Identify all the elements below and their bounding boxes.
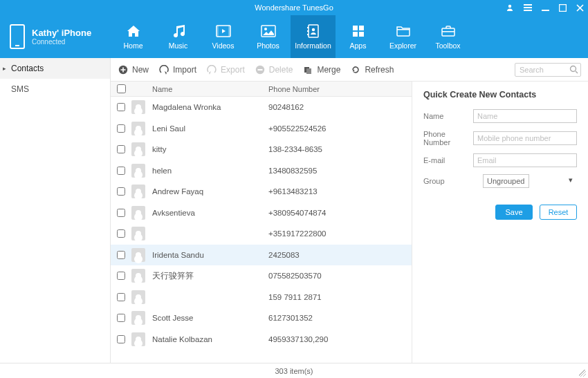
row-checkbox[interactable] (117, 229, 125, 238)
title-bar: Wondershare TunesGo (0, 0, 588, 15)
toolbox-icon (440, 23, 457, 39)
column-phone[interactable]: Phone Number (268, 85, 412, 93)
table-row[interactable]: 天行骏䈂䈂075582503570 (111, 265, 412, 287)
table-row[interactable]: Leni Saul+905522524526 (111, 118, 412, 140)
row-checkbox[interactable] (117, 293, 125, 301)
contact-phone: +380954074874 (268, 209, 412, 217)
phone-label: Phone Number (423, 130, 473, 147)
table-row[interactable]: helen13480832595 (111, 160, 412, 182)
merge-icon (302, 64, 313, 75)
close-icon[interactable] (576, 4, 584, 12)
export-icon (206, 64, 217, 75)
row-checkbox[interactable] (117, 314, 125, 322)
merge-button[interactable]: Merge (302, 64, 340, 75)
tab-explorer[interactable]: Explorer (380, 15, 425, 58)
name-input[interactable] (473, 109, 577, 123)
svg-rect-3 (524, 10, 532, 11)
contact-phone: 6127301352 (268, 314, 412, 322)
table-row[interactable]: Natalie Kolbazan4959337130,290 (111, 329, 412, 350)
column-name[interactable]: Name (151, 85, 268, 93)
search-input[interactable] (515, 63, 581, 77)
table-row[interactable]: Iridenta Sandu2425083 (111, 245, 412, 266)
tab-photos[interactable]: Photos (246, 15, 291, 58)
main-nav: Kathy' iPhone Connected Home Music Video… (0, 15, 588, 58)
apps-icon (350, 23, 367, 39)
row-checkbox[interactable] (117, 145, 125, 153)
import-button[interactable]: Import (158, 64, 196, 75)
photos-icon (260, 23, 277, 39)
nav-tabs: Home Music Videos Photos Information App… (111, 15, 470, 58)
table-row[interactable]: kitty138-2334-8635 (111, 139, 412, 160)
row-checkbox[interactable] (117, 187, 125, 196)
sidebar: Contacts SMS (0, 58, 111, 363)
device-name: Kathy' iPhone (32, 28, 91, 38)
tab-apps[interactable]: Apps (336, 15, 380, 58)
svg-rect-5 (560, 4, 567, 11)
table-row[interactable]: Andrew Fayaq+9613483213 (111, 181, 412, 202)
device-card[interactable]: Kathy' iPhone Connected (0, 15, 111, 58)
table-row[interactable]: +351917222800 (111, 223, 412, 245)
table-row[interactable]: Avksentieva+380954074874 (111, 202, 412, 224)
videos-icon (215, 23, 232, 39)
tab-toolbox[interactable]: Toolbox (425, 15, 470, 58)
avatar-icon (131, 100, 145, 114)
svg-rect-14 (307, 34, 309, 35)
phone-input[interactable] (473, 131, 577, 145)
email-input[interactable] (473, 153, 577, 167)
svg-rect-4 (542, 10, 549, 11)
avatar-icon (131, 332, 145, 346)
tab-information[interactable]: Information (291, 15, 336, 58)
contact-name: Scott Jesse (151, 314, 268, 322)
svg-rect-27 (306, 68, 311, 74)
contact-phone: 4959337130,290 (268, 335, 412, 343)
svg-rect-7 (217, 26, 219, 37)
contacts-list: Name Phone Number Magdalena Wronka902481… (111, 82, 412, 363)
new-button[interactable]: New (118, 64, 149, 75)
row-checkbox[interactable] (117, 103, 125, 111)
group-select[interactable]: Ungrouped (483, 174, 529, 188)
row-checkbox[interactable] (117, 124, 125, 133)
avatar-icon (131, 248, 145, 262)
svg-rect-13 (307, 30, 309, 32)
reset-button[interactable]: Reset (540, 205, 577, 220)
menu-icon[interactable] (524, 4, 532, 11)
row-checkbox[interactable] (117, 167, 125, 175)
tab-home[interactable]: Home (111, 15, 156, 58)
save-button[interactable]: Save (495, 205, 533, 220)
maximize-icon[interactable] (559, 4, 567, 12)
tab-videos[interactable]: Videos (201, 15, 246, 58)
contact-name: Iridenta Sandu (151, 251, 268, 259)
row-checkbox[interactable] (117, 272, 125, 280)
sidebar-item-contacts[interactable]: Contacts (0, 58, 110, 79)
tab-music[interactable]: Music (156, 15, 201, 58)
quick-create-form: Quick Create New Contacts Name Phone Num… (412, 82, 588, 363)
contact-name: Natalie Kolbazan (151, 335, 268, 343)
svg-rect-8 (228, 26, 230, 37)
user-icon[interactable] (506, 3, 514, 12)
sidebar-item-sms[interactable]: SMS (0, 79, 110, 100)
table-row[interactable]: 159 7911 2871 (111, 287, 412, 308)
svg-rect-20 (397, 29, 410, 30)
contact-name: 天行骏䈂䈂 (151, 271, 268, 281)
resize-grip-icon[interactable] (579, 370, 586, 377)
home-icon (125, 23, 142, 39)
table-row[interactable]: Magdalena Wronka90248162 (111, 97, 412, 118)
refresh-button[interactable]: Refresh (350, 64, 394, 75)
group-label: Group (423, 177, 483, 185)
svg-rect-2 (524, 7, 532, 8)
svg-point-15 (311, 28, 314, 31)
table-row[interactable]: Scott Jesse6127301352 (111, 308, 412, 329)
svg-rect-17 (359, 26, 364, 30)
row-checkbox[interactable] (117, 335, 125, 343)
app-title: Wondershare TunesGo (255, 3, 333, 12)
name-label: Name (423, 112, 473, 120)
select-all-checkbox[interactable] (117, 84, 126, 93)
avatar-icon (131, 185, 145, 198)
avatar-icon (131, 122, 145, 135)
row-checkbox[interactable] (117, 209, 125, 217)
contact-phone: 075582503570 (268, 272, 412, 280)
explorer-icon (395, 23, 412, 39)
minimize-icon[interactable] (542, 4, 549, 12)
svg-point-10 (264, 28, 267, 30)
row-checkbox[interactable] (117, 251, 125, 259)
